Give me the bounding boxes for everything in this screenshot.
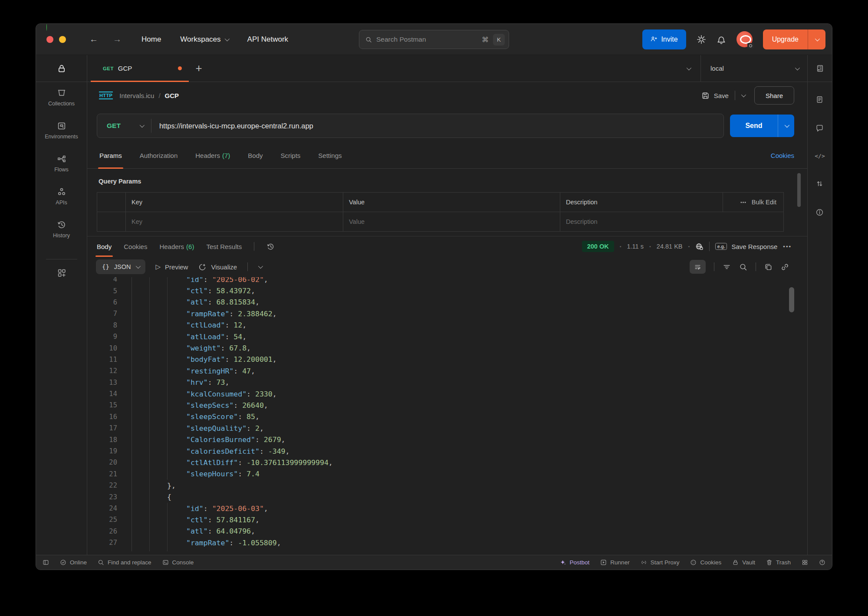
viewer-more-chevron[interactable] xyxy=(258,264,263,269)
wrap-text-button[interactable] xyxy=(690,260,706,274)
response-tab-test-results[interactable]: Test Results xyxy=(206,236,242,256)
response-history-button[interactable] xyxy=(266,242,275,251)
tab-headers[interactable]: Headers (7) xyxy=(195,143,230,168)
code-snippet-button[interactable]: </> xyxy=(815,153,825,159)
breadcrumb-request[interactable]: GCP xyxy=(165,92,179,99)
sidebar-item-environments[interactable]: Environments xyxy=(36,121,87,154)
nav-api-network[interactable]: API Network xyxy=(247,35,288,44)
comments-button[interactable] xyxy=(815,124,824,132)
cookies-button[interactable]: Cookies xyxy=(690,559,721,566)
breadcrumb-collection[interactable]: Intervals.icu xyxy=(119,92,154,99)
tab-headers-label: Headers xyxy=(195,152,220,159)
help-button[interactable] xyxy=(819,559,825,566)
pane-scrollbar[interactable] xyxy=(797,173,801,207)
close-window-button[interactable] xyxy=(46,36,53,43)
upgrade-button[interactable]: Upgrade xyxy=(763,29,825,49)
code-scrollbar[interactable] xyxy=(789,287,794,312)
connection-status[interactable]: Online xyxy=(60,559,87,566)
tab-body[interactable]: Body xyxy=(248,143,263,168)
nav-home[interactable]: Home xyxy=(141,35,161,44)
code-line: 18"CaloriesBurned": 2679, xyxy=(87,434,807,445)
tab-authorization[interactable]: Authorization xyxy=(140,143,178,168)
code-line: 28"ctlLoad": 33 xyxy=(87,548,807,551)
method-selector[interactable]: GET xyxy=(107,122,121,130)
response-tab-body[interactable]: Body xyxy=(97,236,112,256)
search-input[interactable] xyxy=(376,36,477,43)
runner-button[interactable]: Runner xyxy=(600,559,629,566)
minimize-window-button[interactable] xyxy=(59,36,66,43)
global-search[interactable]: ⌘ K xyxy=(359,30,509,49)
format-selector[interactable]: {} JSON xyxy=(96,259,145,274)
avatar[interactable] xyxy=(736,31,753,47)
sidebar-item-flows[interactable]: Flows xyxy=(36,154,87,187)
sidebar-item-collections[interactable]: Collections xyxy=(36,88,87,121)
line-number: 12 xyxy=(87,365,132,377)
save-response-button[interactable]: e.g. Save Response xyxy=(715,243,777,250)
vault-button[interactable]: Vault xyxy=(732,559,755,566)
info-button[interactable] xyxy=(815,208,824,216)
request-tab-gcp[interactable]: GET GCP xyxy=(91,55,189,82)
filter-button[interactable] xyxy=(723,263,731,271)
start-proxy-button[interactable]: Start Proxy xyxy=(641,559,680,566)
toggle-sidebar-button[interactable] xyxy=(43,559,49,566)
forward-arrow-icon[interactable]: → xyxy=(113,34,122,44)
zoom-window-button[interactable] xyxy=(46,24,47,31)
divider xyxy=(756,262,756,271)
tab-settings[interactable]: Settings xyxy=(318,143,342,168)
console-button[interactable]: Console xyxy=(162,559,194,566)
save-icon xyxy=(701,92,710,100)
cookies-link[interactable]: Cookies xyxy=(771,152,794,159)
postbot-button[interactable]: Postbot xyxy=(560,559,590,566)
trash-button[interactable]: Trash xyxy=(766,559,791,566)
param-description-input[interactable] xyxy=(566,218,778,225)
sidebar-item-apis[interactable]: APIs xyxy=(36,187,87,220)
response-tab-headers[interactable]: Headers (6) xyxy=(159,236,194,256)
add-tab-button[interactable]: + xyxy=(189,55,209,82)
sidebar-item-history[interactable]: History xyxy=(36,220,87,253)
save-button[interactable]: Save xyxy=(701,92,729,100)
status-bar-right: Postbot Runner Start Proxy Cookies Vault xyxy=(560,559,825,566)
column-header-description: Description xyxy=(560,193,723,212)
code-line: 13"hrv": 73, xyxy=(87,377,807,388)
copy-response-button[interactable] xyxy=(764,263,773,271)
send-button[interactable]: Send xyxy=(730,115,794,137)
bulk-edit-button[interactable]: Bulk Edit xyxy=(729,199,778,206)
line-number: 26 xyxy=(87,526,132,537)
invite-button[interactable]: Invite xyxy=(642,29,686,49)
code-line: 21"sleepHours": 7.4 xyxy=(87,469,807,480)
share-button[interactable]: Share xyxy=(754,86,794,105)
response-more-button[interactable]: ••• xyxy=(783,243,792,250)
method-chevron-icon[interactable] xyxy=(140,123,145,128)
tab-params[interactable]: Params xyxy=(99,143,122,168)
nav-workspaces[interactable]: Workspaces xyxy=(180,35,228,44)
window-layout-button[interactable] xyxy=(802,559,808,566)
screen: ← → Home Workspaces API Network ⌘ K xyxy=(0,0,868,616)
notifications-button[interactable] xyxy=(717,35,726,44)
visualize-button[interactable]: Visualize xyxy=(198,263,237,271)
response-tabs: Body Cookies Headers (6) Test Results 20… xyxy=(87,236,807,256)
share-response-link-button[interactable] xyxy=(781,263,789,271)
related-requests-button[interactable] xyxy=(815,180,824,188)
upgrade-menu-button[interactable] xyxy=(808,29,825,49)
param-value-input[interactable] xyxy=(349,218,554,225)
tab-list-button[interactable] xyxy=(676,55,700,82)
tab-scripts[interactable]: Scripts xyxy=(281,143,301,168)
save-menu-button[interactable] xyxy=(741,92,746,97)
documentation-button[interactable] xyxy=(815,95,824,104)
url-input[interactable]: https://intervals-icu-mcp.europe-central… xyxy=(159,122,313,130)
line-number: 10 xyxy=(87,342,132,354)
environment-selector[interactable]: local xyxy=(701,55,807,82)
send-options-button[interactable] xyxy=(778,115,794,137)
find-replace-button[interactable]: Find and replace xyxy=(98,559,151,566)
search-response-button[interactable] xyxy=(739,263,747,271)
preview-button[interactable]: ▷ Preview xyxy=(156,263,188,271)
environment-quick-look-button[interactable] xyxy=(808,55,832,82)
settings-button[interactable] xyxy=(697,35,706,44)
response-body-viewer: 4"id": "2025-06-02",5"ctl": 58.43972,6"a… xyxy=(87,277,807,555)
back-arrow-icon[interactable]: ← xyxy=(89,34,98,44)
response-tab-cookies[interactable]: Cookies xyxy=(124,236,147,256)
create-new-button[interactable] xyxy=(57,268,66,278)
workspace-lock-button[interactable] xyxy=(36,55,87,82)
network-info-button[interactable] xyxy=(695,242,704,251)
param-key-input[interactable] xyxy=(132,218,337,225)
